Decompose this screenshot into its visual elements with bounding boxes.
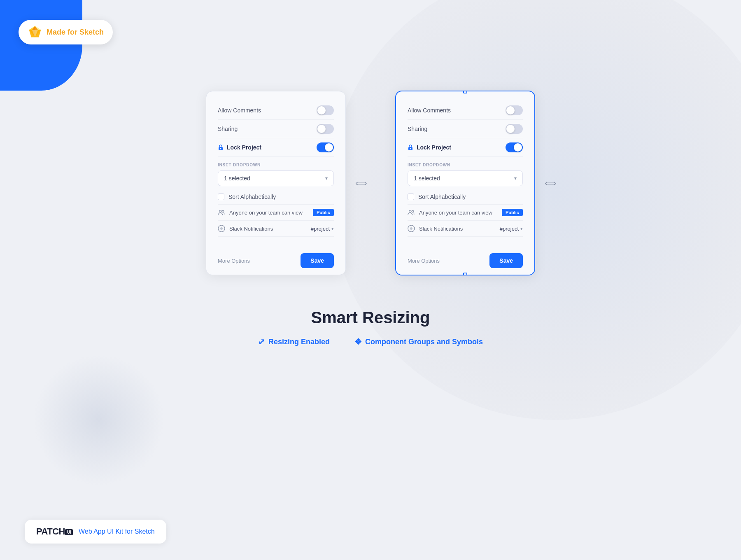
- card1-sort-checkbox[interactable]: [218, 194, 224, 200]
- svg-point-11: [222, 210, 224, 212]
- card1-section-label: INSET DROPDOWN: [218, 163, 334, 167]
- main-content: Allow Comments Sharing: [0, 0, 741, 560]
- feature-badges: ⤢ Resizing Enabled ❖ Component Groups an…: [258, 337, 483, 347]
- card2-wrapper: Allow Comments Sharing: [395, 91, 535, 275]
- svg-point-9: [220, 148, 221, 149]
- card1-lock-toggle[interactable]: [317, 142, 334, 152]
- card2-save-button[interactable]: Save: [489, 253, 523, 268]
- card2-slack-value[interactable]: #project ▾: [500, 226, 523, 232]
- card2-sort-row: Sort Alphabetically: [408, 189, 523, 205]
- card1-sort-row: Sort Alphabetically: [218, 189, 334, 205]
- card2-allow-comments-label: Allow Comments: [408, 107, 451, 114]
- made-for-sketch-label: Made for Sketch: [47, 28, 104, 37]
- card1-anyone-row: Anyone on your team can view Public: [218, 205, 334, 221]
- card2-inner: Allow Comments Sharing: [396, 91, 534, 247]
- sketch-logo-icon: [28, 25, 42, 40]
- card1-sharing-knob: [317, 125, 326, 133]
- selection-handle-mt[interactable]: [463, 91, 467, 93]
- resizing-label: Resizing Enabled: [268, 338, 330, 346]
- card2-slack-chevron-icon: ▾: [520, 226, 523, 231]
- card2: Allow Comments Sharing: [395, 91, 535, 275]
- card1-slack-left: Slack Notifications: [218, 225, 273, 232]
- symbols-icon: ❖: [354, 337, 362, 347]
- card2-dropdown-section: INSET DROPDOWN 1 selected ▾: [408, 157, 523, 189]
- card2-dropdown[interactable]: 1 selected ▾: [408, 170, 523, 186]
- card1-anyone-left: Anyone on your team can view: [218, 209, 303, 216]
- card1-lock-knob: [325, 143, 333, 152]
- card1-dropdown[interactable]: 1 selected ▾: [218, 170, 334, 186]
- card2-allow-comments-toggle[interactable]: [506, 105, 523, 115]
- card1-anyone-text: Anyone on your team can view: [229, 210, 303, 216]
- card1-allow-comments-label: Allow Comments: [218, 107, 261, 114]
- card2-lock-toggle[interactable]: [506, 142, 523, 152]
- card2-allow-comments-row: Allow Comments: [408, 101, 523, 120]
- card2-anyone-left: Anyone on your team can view: [408, 209, 492, 216]
- card1-footer: More Options Save: [206, 247, 345, 275]
- card2-lock-row: Lock Project: [408, 138, 523, 157]
- selection-handle-br[interactable]: [532, 273, 535, 275]
- bottom-section: Smart Resizing ⤢ Resizing Enabled ❖ Comp…: [258, 308, 483, 347]
- card1-dropdown-value: 1 selected: [224, 175, 250, 182]
- cards-area: Allow Comments Sharing: [206, 91, 535, 275]
- resize-arrows-icon-2: ⟺: [545, 178, 557, 188]
- card1-lock-row: Lock Project: [218, 138, 334, 157]
- card1-sharing-label: Sharing: [218, 126, 238, 132]
- card2-section-label: INSET DROPDOWN: [408, 163, 523, 167]
- card1-sort-label: Sort Alphabetically: [228, 194, 276, 200]
- card1-slack-value[interactable]: #project ▾: [311, 226, 334, 232]
- card1-allow-comments-toggle[interactable]: [317, 105, 334, 115]
- card2-dropdown-chevron-icon: ▾: [514, 175, 517, 181]
- selection-handle-tr[interactable]: [532, 91, 535, 93]
- card2-sharing-knob: [506, 125, 515, 133]
- selection-handle-mb[interactable]: [463, 273, 467, 275]
- card1-dropdown-chevron-icon: ▾: [325, 175, 328, 181]
- card1-lock-label: Lock Project: [218, 144, 261, 151]
- resizing-icon: ⤢: [258, 337, 265, 347]
- card1-slack-label: Slack Notifications: [229, 226, 273, 232]
- card2-team-icon: [408, 209, 415, 216]
- card2-more-options-button[interactable]: More Options: [408, 258, 440, 264]
- selection-handle-bl[interactable]: [395, 273, 398, 275]
- card1-team-icon: [218, 209, 225, 216]
- card1-slack-icon: [218, 225, 225, 232]
- card1-allow-comments-row: Allow Comments: [218, 101, 334, 120]
- svg-point-19: [410, 227, 412, 230]
- svg-point-17: [412, 210, 414, 212]
- resize-handle-1: ⟺: [355, 178, 367, 188]
- card2-slack-row: Slack Notifications #project ▾: [408, 221, 523, 237]
- card1-sharing-row: Sharing: [218, 120, 334, 138]
- card1-dropdown-section: INSET DROPDOWN 1 selected ▾: [218, 157, 334, 189]
- svg-point-16: [409, 210, 411, 212]
- resize-handle-2: ⟺: [545, 178, 557, 188]
- card1-allow-comments-knob: [317, 106, 326, 114]
- card1-slack-chevron-icon: ▾: [331, 226, 334, 231]
- smart-resizing-title: Smart Resizing: [258, 308, 483, 327]
- card1-more-options-button[interactable]: More Options: [218, 258, 250, 264]
- card2-lock-icon: [408, 144, 413, 151]
- symbols-label: Component Groups and Symbols: [365, 338, 483, 346]
- card2-slack-icon: [408, 225, 415, 232]
- card2-sharing-toggle[interactable]: [506, 124, 523, 134]
- card2-lock-label: Lock Project: [408, 144, 451, 151]
- card2-lock-knob: [514, 143, 522, 152]
- card1-sharing-toggle[interactable]: [317, 124, 334, 134]
- card2-sort-label: Sort Alphabetically: [418, 194, 466, 200]
- svg-point-15: [410, 148, 411, 149]
- resize-arrows-icon: ⟺: [355, 178, 367, 188]
- made-for-sketch-badge: Made for Sketch: [19, 20, 113, 44]
- selection-handle-tl[interactable]: [395, 91, 398, 93]
- card1-public-badge: Public: [313, 209, 334, 216]
- card1-inner: Allow Comments Sharing: [206, 91, 345, 247]
- card1-lock-icon: [218, 144, 224, 151]
- card2-slack-label: Slack Notifications: [419, 226, 463, 232]
- card2-sharing-row: Sharing: [408, 120, 523, 138]
- card1: Allow Comments Sharing: [206, 91, 346, 275]
- card1-save-button[interactable]: Save: [301, 253, 334, 268]
- card2-dropdown-value: 1 selected: [414, 175, 440, 182]
- card2-sort-checkbox[interactable]: [408, 194, 414, 200]
- card1-slack-row: Slack Notifications #project ▾: [218, 221, 334, 237]
- card2-public-badge: Public: [502, 209, 523, 216]
- card2-anyone-row: Anyone on your team can view Public: [408, 205, 523, 221]
- feature-badge-symbols: ❖ Component Groups and Symbols: [354, 337, 483, 347]
- card2-sharing-label: Sharing: [408, 126, 427, 132]
